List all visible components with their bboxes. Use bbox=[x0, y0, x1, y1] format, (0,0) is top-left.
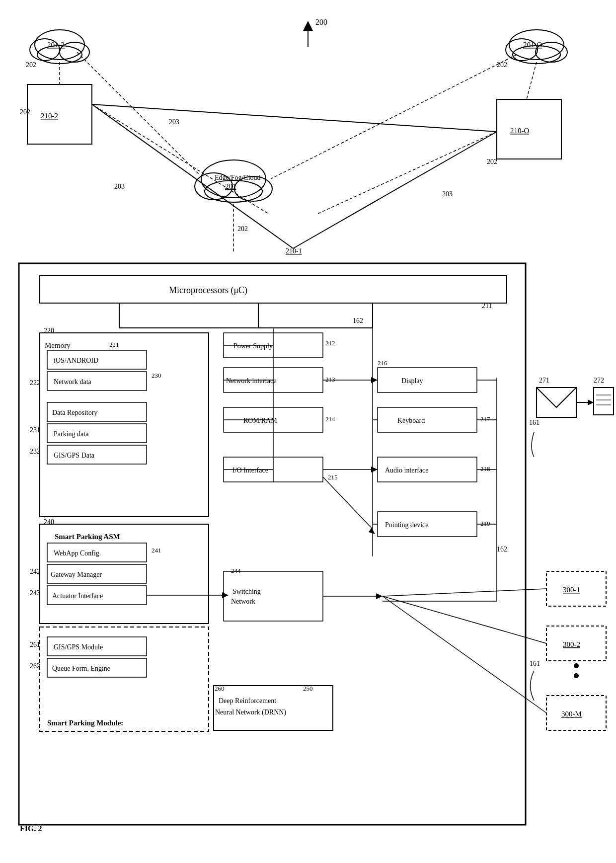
label-gateway-manager: Gateway Manager bbox=[51, 571, 102, 578]
label-parking-data: Parking data bbox=[54, 430, 89, 438]
label-161-top: 161 bbox=[529, 419, 539, 426]
label-201-2-text: 201-2 bbox=[47, 41, 65, 49]
label-243: 243 bbox=[30, 589, 40, 597]
label-201-text: 201 bbox=[225, 182, 236, 190]
label-161-bottom: 161 bbox=[530, 660, 540, 667]
label-io-interface: I/O Interface bbox=[232, 467, 268, 474]
label-drnn-1: Deep Reinforcement bbox=[219, 697, 276, 705]
envelope-box bbox=[537, 388, 576, 417]
label-300-1: 300-1 bbox=[563, 586, 580, 594]
label-210-O: 210-O bbox=[510, 127, 529, 135]
label-213: 213 bbox=[325, 376, 335, 383]
label-smart-parking-asm: Smart Parking ASM bbox=[55, 533, 120, 541]
label-ios-android: iOS/ANDROID bbox=[54, 357, 98, 364]
label-display: Display bbox=[401, 377, 423, 385]
doc-box bbox=[594, 388, 614, 415]
label-215: 215 bbox=[328, 473, 338, 481]
label-260: 260 bbox=[215, 685, 225, 692]
label-218: 218 bbox=[480, 465, 490, 472]
label-162-top: 162 bbox=[353, 317, 363, 324]
label-219: 219 bbox=[480, 520, 490, 527]
cloud-201: Edge/Fog/Cloud 201 bbox=[195, 160, 272, 202]
dash-201-2-center bbox=[77, 52, 199, 174]
label-212: 212 bbox=[325, 339, 335, 347]
curve-161-bottom bbox=[531, 671, 535, 701]
dash-210-O-center bbox=[318, 132, 497, 214]
label-211: 211 bbox=[482, 302, 492, 310]
label-actuator-interface: Actuator Interface bbox=[52, 592, 103, 600]
label-300-M: 300-M bbox=[561, 710, 582, 718]
label-217: 217 bbox=[480, 415, 490, 423]
keyboard-box bbox=[378, 407, 477, 432]
label-203-2: 203 bbox=[114, 183, 125, 190]
label-232: 232 bbox=[30, 448, 40, 455]
diagram-container: 200 201-2 202 201-O 202 210-2 202 210-O … bbox=[0, 0, 616, 863]
label-switching-network-1: Switching bbox=[232, 588, 261, 595]
line-io-pointing bbox=[323, 477, 373, 529]
label-smart-parking-module: Smart Parking Module: bbox=[47, 719, 123, 727]
box-210-2 bbox=[27, 84, 92, 144]
label-audio-interface: Audio interface bbox=[385, 467, 428, 474]
cloud-201-O: 201-O bbox=[506, 30, 567, 64]
label-switching-network-2: Network bbox=[231, 598, 255, 605]
label-webapp-config: WebApp Config. bbox=[54, 549, 101, 557]
arrow-env-doc bbox=[588, 399, 594, 405]
label-210-1: 210-1 bbox=[286, 247, 302, 255]
label-244: 244 bbox=[231, 567, 241, 574]
smart-parking-module-box bbox=[40, 627, 209, 731]
label-201-O-text: 201-O bbox=[523, 41, 542, 49]
line-switch-300-1 bbox=[383, 589, 546, 596]
figure-label: FIG. 2 bbox=[20, 824, 42, 833]
label-power-supply: Power Supply bbox=[233, 342, 273, 350]
line-switch-300-2 bbox=[383, 596, 546, 643]
arrow-actuator-switching bbox=[222, 592, 229, 598]
label-216: 216 bbox=[378, 359, 387, 367]
label-data-repo: Data Repository bbox=[52, 409, 97, 416]
label-202-4: 202 bbox=[487, 158, 497, 165]
cloud-201-2: 201-2 bbox=[30, 30, 89, 64]
label-210-2: 210-2 bbox=[41, 112, 58, 120]
drnn-box bbox=[214, 686, 333, 730]
arrow-switching-right bbox=[376, 593, 383, 599]
label-240: 240 bbox=[44, 518, 54, 526]
label-queue-form-engine: Queue Form. Engine bbox=[52, 665, 110, 672]
label-220: 220 bbox=[44, 327, 54, 334]
label-242: 242 bbox=[30, 568, 40, 575]
label-241: 241 bbox=[152, 547, 161, 554]
diagram-svg: 200 201-2 202 201-O 202 210-2 202 210-O … bbox=[0, 0, 616, 863]
arrow-200 bbox=[303, 21, 313, 31]
display-box bbox=[378, 368, 477, 392]
tri-right bbox=[293, 132, 497, 248]
label-203-3: 203 bbox=[442, 190, 453, 198]
label-202-5: 202 bbox=[237, 225, 248, 233]
label-271: 271 bbox=[539, 377, 549, 384]
label-214: 214 bbox=[325, 415, 335, 423]
dash-201-O-to-210-O bbox=[527, 62, 537, 99]
label-pointing-device: Pointing device bbox=[385, 521, 429, 529]
switching-network-box bbox=[224, 571, 323, 621]
label-222: 222 bbox=[30, 379, 40, 387]
label-272: 272 bbox=[594, 377, 604, 384]
label-microprocessors: Microprocessors (μC) bbox=[169, 285, 247, 296]
tri-left bbox=[92, 104, 293, 248]
label-300-2: 300-2 bbox=[563, 640, 580, 648]
label-network-interface: Network interface bbox=[226, 377, 276, 385]
label-gis-gps-module: GIS/GPS Module bbox=[54, 643, 103, 651]
label-rom-ram: ROM/RAM bbox=[243, 417, 277, 424]
envelope-flap bbox=[537, 388, 576, 407]
label-203-1: 203 bbox=[169, 118, 179, 126]
label-230: 230 bbox=[152, 372, 161, 379]
curve-161-top bbox=[532, 432, 534, 457]
label-162-bottom: 162 bbox=[497, 546, 507, 553]
label-200: 200 bbox=[315, 18, 327, 26]
label-231: 231 bbox=[30, 426, 40, 434]
label-network-data: Network data bbox=[54, 378, 92, 386]
dot1 bbox=[574, 663, 579, 668]
label-drnn-2: Neural Network (DRNN) bbox=[215, 708, 286, 716]
dash-201-O-center bbox=[271, 55, 517, 179]
label-202-3: 202 bbox=[20, 108, 30, 116]
label-memory: Memory bbox=[45, 341, 71, 349]
label-202-1: 202 bbox=[26, 61, 36, 69]
label-261: 261 bbox=[30, 641, 40, 648]
arrow-io-pointing bbox=[369, 528, 375, 534]
